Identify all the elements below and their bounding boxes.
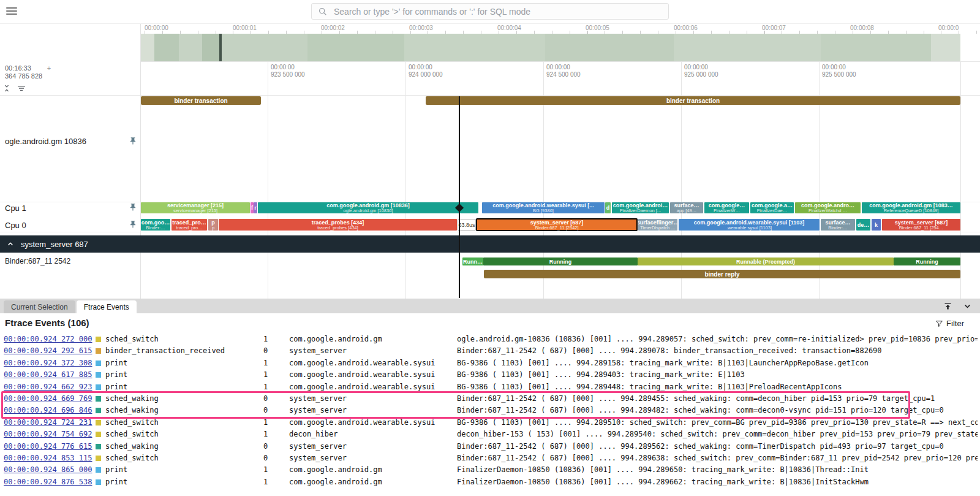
overview-density-block (545, 34, 674, 61)
ftrace-event-row[interactable]: 00:00:00.924 669 769sched_waking0system_… (0, 393, 980, 405)
ftrace-event-row[interactable]: 00:00:00.924 696 846sched_waking0system_… (0, 405, 980, 416)
timeline-slice[interactable]: system_server [687]Binder:687_11 [254… (882, 219, 960, 231)
trace-overview-minimap[interactable] (141, 34, 960, 61)
thread-state-slice[interactable]: Runnable (Preempted) (638, 258, 894, 265)
event-timestamp-link[interactable]: 00:00:00.924 662 923 (4, 383, 92, 391)
ftrace-event-row[interactable]: 00:00:00.924 272 000sched_switch1com.goo… (0, 334, 980, 345)
event-name: print (105, 359, 127, 367)
event-process: com.google.android.wearable.sysui (289, 418, 435, 427)
binder-transaction-slice[interactable]: binder transaction (426, 96, 960, 105)
event-args: BG-9386 ( 1103) [001] .... 994.289158: t… (457, 359, 978, 367)
timeline-slice[interactable]: k (872, 219, 881, 231)
timeline-ruler-label: 00:00:07 (762, 25, 786, 31)
timeline-slice[interactable]: traced_probes [434]traced_probes [434] (219, 219, 457, 231)
event-timestamp-link[interactable]: 00:00:00.924 669 769 (4, 394, 92, 403)
ftrace-event-row[interactable]: 00:00:00.924 776 615sched_waking0system_… (0, 441, 980, 452)
overview-density-block (222, 34, 307, 61)
ftrace-event-row[interactable]: 00:00:00.924 853 115sched_switch0system_… (0, 452, 980, 464)
push-pin-icon[interactable] (129, 137, 137, 145)
ftrace-event-row[interactable]: 00:00:00.924 876 538print1com.google.and… (0, 476, 980, 488)
timeline-slice[interactable]: pp (208, 219, 218, 231)
tab-current-selection[interactable]: Current Selection (4, 300, 75, 313)
ftrace-panel-header: Ftrace Events (106) Filter (0, 313, 980, 334)
timeline-slice[interactable]: d (605, 202, 611, 213)
timeline-ruler-label: 00:00:08 (850, 25, 874, 31)
thread-state-slice[interactable]: Runn… (462, 258, 483, 265)
timeline-grid-timestamp: 00:00:00925 500 000 (822, 64, 856, 78)
event-timestamp-link[interactable]: 00:00:00.924 372 308 (4, 359, 92, 367)
process-group-header[interactable]: system_server 687 (0, 235, 980, 253)
timeline-grid-timestamp: 00:00:00924 000 000 (409, 64, 443, 78)
event-timestamp-link[interactable]: 00:00:00.924 754 692 (4, 430, 92, 438)
timeline-slice[interactable]: servicemanager [215]servicemanager [215] (141, 202, 250, 213)
ftrace-event-row[interactable]: 00:00:00.924 865 000print1com.google.and… (0, 464, 980, 476)
timeline-slice[interactable]: r (254, 202, 257, 213)
event-color-swatch (96, 408, 101, 413)
ftrace-event-row[interactable]: 00:00:00.924 724 231sched_switch1com.goo… (0, 417, 980, 429)
event-args: FinalizerDaemon-10850 (10836) [001] ....… (457, 465, 978, 474)
timeline-slice[interactable]: com.google.andro…FinalizerWatchd … (795, 202, 861, 213)
event-color-swatch (96, 444, 101, 449)
chevron-up-icon (6, 240, 15, 248)
track-filter-button[interactable] (16, 83, 27, 94)
event-timestamp-link[interactable]: 00:00:00.924 617 885 (4, 370, 92, 379)
event-timestamp-link[interactable]: 00:00:00.924 724 231 (4, 418, 92, 427)
binder-transaction-track: binder transactionbinder transaction (0, 96, 980, 105)
timeline-slice[interactable]: com.google…FinalizerW… (704, 202, 749, 213)
event-timestamp-link[interactable]: 00:00:00.924 696 846 (4, 406, 92, 414)
timeline-slice[interactable]: com.google.android.gm [1083…ReferenceQue… (862, 202, 960, 213)
search-input[interactable] (333, 6, 662, 17)
tab-ftrace-events[interactable]: Ftrace Events (77, 300, 137, 313)
event-process: decon_hiber (289, 430, 337, 438)
timeline-slice[interactable]: surface…Binder:… (821, 219, 855, 231)
thread-state-slice[interactable]: Running (483, 258, 638, 265)
binder-reply-slice[interactable]: binder reply (484, 270, 960, 278)
binder-transaction-slice[interactable]: binder transaction (141, 96, 261, 105)
event-name: print (105, 383, 127, 391)
event-timestamp-link[interactable]: 00:00:00.924 292 615 (4, 346, 92, 355)
panel-collapse-button[interactable] (962, 300, 973, 311)
event-name: print (105, 465, 127, 474)
event-timestamp-link[interactable]: 00:00:00.924 776 615 (4, 442, 92, 451)
ftrace-event-row[interactable]: 00:00:00.924 372 308print1com.google.and… (0, 357, 980, 369)
timeline-slice[interactable]: com.google.android.wearable.sysui [...BG… (482, 202, 605, 213)
thread-state-slice[interactable]: Running (894, 258, 960, 265)
overview-density-block (179, 34, 202, 61)
event-cpu: 1 (263, 418, 268, 427)
filter-button[interactable]: Filter (935, 319, 964, 328)
timeline-slice[interactable]: system_server [687]Binder:687_11 [2542] (477, 219, 637, 231)
timeline-slice[interactable]: com.google.android.gm [10836]ogle.androi… (258, 202, 478, 213)
timeline-slice[interactable]: de… (856, 219, 870, 231)
ftrace-event-row[interactable]: 00:00:00.924 292 615binder_transaction_r… (0, 345, 980, 357)
timeline-ruler-label: 00:00:01 (233, 25, 257, 31)
timeline-slice[interactable]: surface…app [49… (670, 202, 703, 213)
event-color-swatch (96, 361, 101, 366)
event-timestamp-link[interactable]: 00:00:00.924 876 538 (4, 478, 92, 486)
event-timestamp-link[interactable]: 00:00:00.924 272 000 (4, 335, 92, 343)
event-args: FinalizerDaemon-10850 (10836) [001] ....… (457, 478, 978, 486)
timeline-slice[interactable]: com.google.androi…FinalizerDaemon [... (612, 202, 669, 213)
timeline-slice[interactable]: com.google.android.wearable.sysui [1103]… (679, 219, 820, 231)
event-color-swatch (96, 348, 101, 354)
collapse-all-tracks-button[interactable] (1, 83, 12, 94)
event-args: Binder:687_11-2542 ( 687) [000] .... 994… (457, 406, 978, 414)
event-timestamp-link[interactable]: 00:00:00.924 853 115 (4, 454, 92, 462)
hamburger-menu-icon[interactable] (6, 7, 17, 16)
event-timestamp-link[interactable]: 00:00:00.924 865 000 (4, 465, 92, 474)
timeline-ruler-label: 00:00:0 (938, 25, 959, 31)
event-name: sched_switch (105, 454, 159, 462)
ftrace-event-row[interactable]: 00:00:00.924 617 885print1com.google.and… (0, 369, 980, 381)
timeline-slice[interactable]: traced_pro…traced_pro… (172, 219, 207, 231)
timeline-slice[interactable]: 63.8us (458, 219, 476, 231)
unfold-less-icon (2, 83, 12, 93)
event-process: system_server (289, 454, 347, 462)
ftrace-event-row[interactable]: 00:00:00.924 662 923print1com.google.and… (0, 381, 980, 393)
timeline-slice[interactable]: com.google.a…FinalizerDae… (750, 202, 794, 213)
omnibox-search[interactable] (311, 3, 669, 20)
timeline-slice[interactable]: com.goo…Binder:… (141, 219, 170, 231)
ftrace-event-row[interactable]: 00:00:00.924 754 692sched_switch1decon_h… (0, 429, 980, 440)
timeline-slice[interactable]: surfaceflinger…TimerDispatch … (638, 219, 677, 231)
ftrace-events-title: Ftrace Events (106) (5, 318, 89, 328)
track-label-gm-process[interactable]: ogle.android.gm 10836 (5, 137, 86, 146)
panel-expand-button[interactable] (942, 300, 953, 311)
